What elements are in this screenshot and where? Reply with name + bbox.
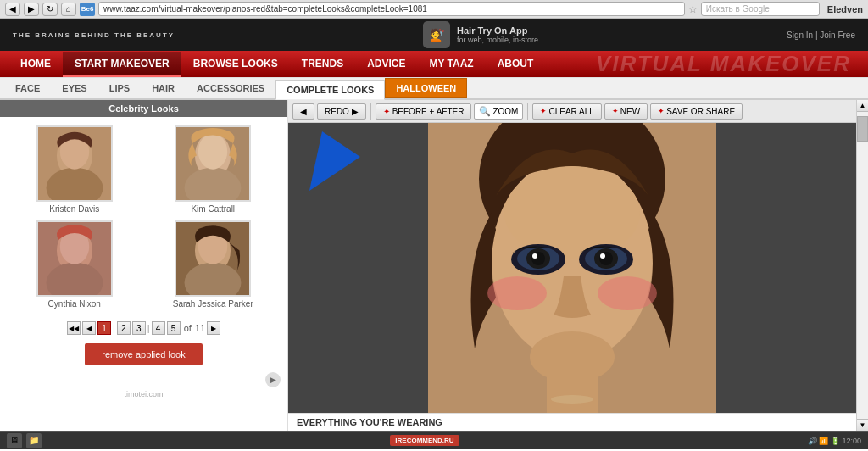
page-of: of — [184, 323, 192, 333]
site-logo-text: THE BRAINS BEHIND THE BEAUTY — [13, 31, 175, 39]
save-share-btn[interactable]: ✦ SAVE OR SHARE — [650, 103, 743, 120]
scroll-down-btn[interactable]: ▼ — [857, 419, 868, 431]
tab-lips[interactable]: LIPS — [98, 78, 141, 98]
tab-accessories[interactable]: ACCESSORIES — [186, 78, 275, 98]
svg-point-35 — [551, 395, 593, 404]
ad-bar: THE BRAINS BEHIND THE BEAUTY 💇 Hair Try … — [0, 19, 868, 51]
browser-title-label: Eledven — [827, 4, 863, 14]
zoom-icon: 🔍 — [479, 106, 491, 117]
pagination-prev[interactable]: ◀ — [82, 321, 96, 335]
left-sidebar: Celebrity Looks Kristen Davis — [0, 100, 288, 431]
content-area: Celebrity Looks Kristen Davis — [0, 100, 868, 431]
app-sub-text: for web, mobile, in-store — [457, 36, 538, 44]
nav-refresh-btn[interactable]: ↻ — [42, 3, 58, 16]
celeb-name-cynthia: Cynthia Nixon — [8, 299, 141, 309]
nav-home[interactable]: HOME — [8, 52, 63, 77]
celeb-name-sarah: Sarah Jessica Parker — [147, 299, 280, 309]
taskbar-icon-2[interactable]: 📁 — [26, 433, 42, 448]
save-icon: ✦ — [658, 107, 665, 115]
celeb-item-sarah[interactable]: Sarah Jessica Parker — [147, 220, 280, 309]
redo-btn[interactable]: REDO ▶ — [317, 103, 366, 120]
pagination-first[interactable]: ◀◀ — [67, 321, 81, 335]
scroll-up-btn[interactable]: ▲ — [857, 100, 868, 112]
celeb-photo-sarah — [175, 220, 251, 297]
status-bar-icons: 🔊 📶 🔋 12:00 — [808, 437, 861, 445]
new-icon: ✦ — [612, 107, 619, 115]
favicon: Be6 — [80, 3, 95, 16]
celeb-photo-kim — [175, 125, 251, 202]
page-3[interactable]: 3 — [132, 321, 146, 335]
url-bar[interactable]: www.taaz.com/virtual-makeover/pianos-red… — [98, 2, 685, 16]
tab-face[interactable]: FACE — [4, 78, 51, 98]
recommend-badge: IRECOMMEND.RU — [390, 435, 459, 446]
celeb-item-cynthia[interactable]: Cynthia Nixon — [8, 220, 141, 309]
toolbar-sep-2 — [527, 103, 528, 120]
celeb-item-kim[interactable]: Kim Cattrall — [147, 125, 280, 214]
app-promo-text: Hair Try On App — [457, 25, 538, 36]
celeb-name-kristen: Kristen Davis — [8, 204, 141, 214]
svg-point-20 — [504, 166, 640, 259]
tab-halloween[interactable]: HALLOWEEN — [385, 78, 467, 98]
scroll-thumb[interactable] — [857, 116, 868, 142]
browser-chrome: ◀ ▶ ↻ ⌂ Be6 www.taaz.com/virtual-makeove… — [0, 0, 868, 19]
blue-arrow — [309, 131, 360, 193]
makeover-toolbar: ◀ REDO ▶ ✦ BEFORE + AFTER 🔍 ZOOM ✦ CLEAR… — [288, 100, 856, 123]
nav-trends[interactable]: TRENDS — [290, 52, 355, 77]
tab-eyes[interactable]: EYES — [51, 78, 97, 98]
undo-btn[interactable]: ◀ — [292, 103, 314, 120]
celebrity-grid: Kristen Davis Kim Cattrall — [0, 117, 287, 317]
nav-home-btn[interactable]: ⌂ — [61, 3, 76, 16]
scrollbar-area[interactable]: ▲ ▼ — [856, 100, 868, 431]
nav-browse-looks[interactable]: BROWSE LOOKS — [181, 52, 290, 77]
page-4[interactable]: 4 — [152, 321, 165, 335]
app-icon: 💇 — [423, 21, 450, 48]
zoom-control[interactable]: 🔍 ZOOM — [474, 103, 523, 120]
tab-hair[interactable]: HAIR — [141, 78, 186, 98]
celeb-name-kim: Kim Cattrall — [147, 204, 280, 214]
nav-start-makeover[interactable]: START MAKEOVER — [63, 52, 181, 77]
main-nav: HOME START MAKEOVER BROWSE LOOKS TRENDS … — [0, 51, 868, 77]
remove-look-btn[interactable]: remove applied look — [85, 343, 202, 365]
search-bar[interactable]: Искать в Google — [701, 2, 820, 16]
bottom-label: EVERYTHING YOU'RE WEARING — [288, 413, 856, 431]
nav-my-taaz[interactable]: MY TAAZ — [417, 52, 485, 77]
before-after-btn[interactable]: ✦ BEFORE + AFTER — [376, 103, 472, 120]
clear-all-btn[interactable]: ✦ CLEAR ALL — [532, 103, 601, 120]
page-sep: | — [113, 323, 115, 333]
svg-point-32 — [598, 276, 657, 310]
pagination-next[interactable]: ▶ — [207, 321, 220, 335]
ad-area: ▶ — [0, 370, 287, 390]
sidebar-title: Celebrity Looks — [0, 100, 287, 117]
makeover-area: ◀ REDO ▶ ✦ BEFORE + AFTER 🔍 ZOOM ✦ CLEAR… — [288, 100, 856, 431]
svg-point-24 — [531, 252, 545, 265]
star-icon[interactable]: ☆ — [688, 3, 698, 15]
page-5[interactable]: 5 — [167, 321, 181, 335]
sign-in-link[interactable]: Sign In | Join Free — [787, 31, 855, 40]
nav-forward-btn[interactable]: ▶ — [24, 3, 39, 16]
app-promo-area: 💇 Hair Try On App for web, mobile, in-st… — [187, 21, 774, 48]
page-2[interactable]: 2 — [117, 321, 131, 335]
nav-back-btn[interactable]: ◀ — [5, 3, 20, 16]
svg-point-30 — [600, 253, 605, 259]
svg-point-29 — [599, 252, 613, 265]
celeb-photo-kristen — [36, 125, 113, 202]
page-sep2: | — [147, 323, 150, 333]
celeb-item-kristen[interactable]: Kristen Davis — [8, 125, 141, 214]
nav-about[interactable]: ABOUT — [486, 52, 546, 77]
page-1[interactable]: 1 — [97, 321, 111, 335]
nav-links: HOME START MAKEOVER BROWSE LOOKS TRENDS … — [8, 52, 596, 77]
undo-icon: ◀ — [300, 107, 307, 116]
taskbar-icon-1[interactable]: 🖥 — [7, 433, 22, 448]
before-after-icon: ✦ — [383, 107, 390, 116]
tab-complete-looks[interactable]: COMPLETE LOOKS — [275, 80, 385, 100]
bottom-bar: 🖥 📁 IRECOMMEND.RU 🔊 📶 🔋 12:00 — [0, 431, 868, 449]
nav-advice[interactable]: ADVICE — [355, 52, 417, 77]
svg-point-31 — [487, 276, 547, 310]
browser-top-bar: ◀ ▶ ↻ ⌂ Be6 www.taaz.com/virtual-makeove… — [0, 0, 868, 19]
pagination: ◀◀ ◀ 1 | 2 3 | 4 5 of 11 ▶ — [0, 317, 287, 339]
ad-icon[interactable]: ▶ — [265, 372, 281, 387]
new-btn[interactable]: ✦ NEW — [604, 103, 648, 120]
face-image — [428, 123, 716, 413]
timotei-label: timotei.com — [0, 390, 287, 401]
toolbar-sep-1 — [370, 103, 371, 120]
